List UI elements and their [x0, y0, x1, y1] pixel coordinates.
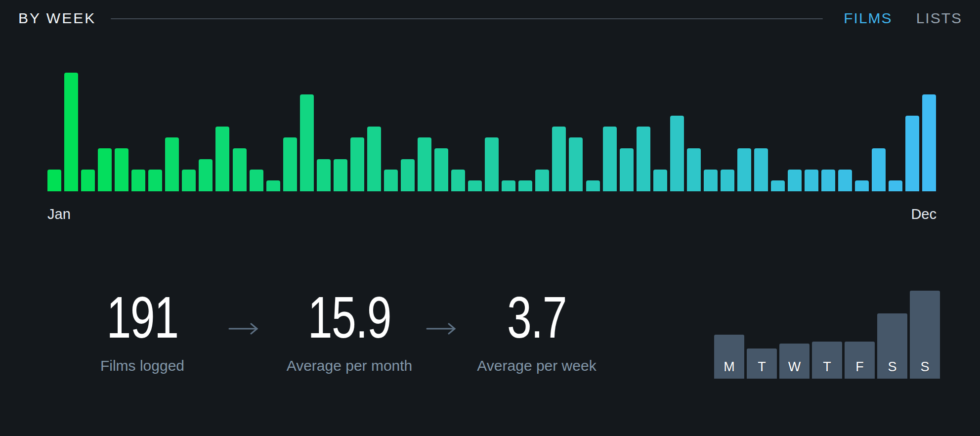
films-logged-value: 191: [106, 288, 178, 347]
week-bar[interactable]: [905, 116, 919, 191]
week-bar[interactable]: [350, 137, 364, 191]
week-bar[interactable]: [552, 127, 566, 191]
average-per-week-value: 3.7: [491, 288, 582, 347]
chart-mode-tabs: FILMS LISTS: [844, 10, 962, 27]
week-bar[interactable]: [754, 148, 768, 191]
week-bar[interactable]: [418, 137, 431, 191]
week-bar[interactable]: [620, 148, 634, 191]
day-letter: M: [714, 359, 744, 375]
week-bar[interactable]: [367, 127, 381, 191]
week-bar[interactable]: [922, 94, 936, 191]
week-bar[interactable]: [889, 180, 902, 191]
week-bar[interactable]: [872, 148, 886, 191]
section-header: BY WEEK FILMS LISTS: [18, 10, 962, 27]
week-bar[interactable]: [737, 148, 751, 191]
week-bar[interactable]: [81, 170, 95, 191]
week-bar[interactable]: [653, 170, 667, 191]
week-bar[interactable]: [704, 170, 718, 191]
week-bar[interactable]: [215, 127, 229, 191]
week-bar[interactable]: [250, 170, 263, 191]
week-bar[interactable]: [805, 170, 818, 191]
week-bar[interactable]: [182, 170, 196, 191]
day-bar[interactable]: M: [714, 335, 744, 379]
week-bar[interactable]: [47, 170, 61, 191]
week-bar[interactable]: [468, 180, 482, 191]
week-bar[interactable]: [485, 137, 499, 191]
week-bar[interactable]: [771, 180, 785, 191]
day-letter: W: [779, 359, 810, 375]
day-letter: F: [845, 359, 875, 375]
films-logged-label: Films logged: [95, 358, 190, 373]
average-per-month-value: 15.9: [301, 288, 397, 347]
header-divider: [111, 18, 823, 19]
week-bar[interactable]: [434, 148, 448, 191]
stat-average-per-month: 15.9 Average per month: [287, 288, 413, 373]
axis-label-dec: Dec: [911, 206, 937, 222]
tab-films[interactable]: FILMS: [844, 10, 892, 27]
axis-label-jan: Jan: [47, 206, 71, 222]
week-bar[interactable]: [855, 180, 869, 191]
week-bar[interactable]: [687, 148, 701, 191]
week-bar[interactable]: [535, 170, 549, 191]
stats-by-week-panel: BY WEEK FILMS LISTS Jan Dec 191 Films lo…: [0, 0, 980, 436]
day-letter: S: [877, 359, 907, 375]
week-bar[interactable]: [401, 159, 415, 191]
week-bar[interactable]: [788, 170, 802, 191]
week-bar[interactable]: [586, 180, 600, 191]
week-bar[interactable]: [266, 180, 280, 191]
week-bar[interactable]: [98, 148, 112, 191]
day-bar[interactable]: S: [910, 291, 940, 379]
week-bar[interactable]: [384, 170, 398, 191]
week-bar[interactable]: [300, 94, 314, 191]
week-bar[interactable]: [165, 137, 179, 191]
week-bar[interactable]: [670, 116, 684, 191]
day-of-week-bar-chart: MTWTFSS: [714, 291, 940, 379]
week-bar[interactable]: [317, 159, 331, 191]
day-bar[interactable]: T: [747, 349, 777, 379]
week-bar[interactable]: [603, 127, 617, 191]
week-bar[interactable]: [451, 170, 465, 191]
week-bar[interactable]: [502, 180, 515, 191]
day-bar[interactable]: F: [845, 342, 875, 379]
week-bar[interactable]: [233, 148, 247, 191]
day-letter: S: [910, 359, 940, 375]
week-bar[interactable]: [199, 159, 213, 191]
day-bar[interactable]: S: [877, 313, 907, 379]
week-bar[interactable]: [283, 137, 297, 191]
week-bar[interactable]: [721, 170, 734, 191]
average-per-month-label: Average per month: [287, 358, 413, 373]
day-letter: T: [747, 359, 777, 375]
weekly-films-bar-chart: [47, 73, 937, 191]
average-per-week-label: Average per week: [477, 358, 596, 373]
tab-lists[interactable]: LISTS: [916, 10, 962, 27]
week-bar[interactable]: [838, 170, 852, 191]
week-bar[interactable]: [148, 170, 162, 191]
week-bar[interactable]: [637, 127, 650, 191]
right-arrow-icon: [228, 322, 259, 337]
month-axis-labels: Jan Dec: [47, 206, 937, 222]
right-arrow-icon: [426, 322, 457, 337]
week-bar[interactable]: [569, 137, 583, 191]
day-bar[interactable]: W: [779, 344, 810, 379]
page-title: BY WEEK: [18, 10, 96, 27]
stat-average-per-week: 3.7 Average per week: [477, 288, 596, 373]
week-bar[interactable]: [131, 170, 145, 191]
stat-films-logged: 191 Films logged: [95, 288, 190, 373]
day-letter: T: [812, 359, 842, 375]
week-bar[interactable]: [64, 73, 78, 191]
week-bar[interactable]: [518, 180, 532, 191]
week-bar[interactable]: [334, 159, 347, 191]
day-bar[interactable]: T: [812, 342, 842, 379]
week-bar[interactable]: [115, 148, 128, 191]
week-bar[interactable]: [821, 170, 835, 191]
